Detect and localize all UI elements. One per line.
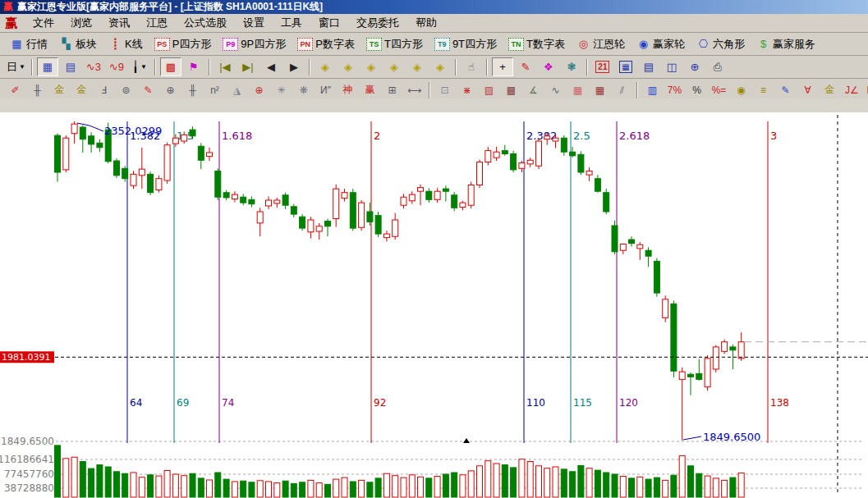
app-logo-icon: 赢 bbox=[3, 0, 13, 14]
menu-bar: 赢 文件浏览资讯江恩公式选股设置工具窗口交易委托帮助 bbox=[0, 14, 868, 33]
wave-mark-icon[interactable]: И″ bbox=[315, 80, 336, 99]
n2-icon-glyph: n² bbox=[210, 85, 219, 96]
menu-item-4[interactable]: 公式选股 bbox=[176, 14, 235, 32]
sectors-button[interactable]: ▚板块 bbox=[53, 37, 103, 52]
percent-icon[interactable]: % bbox=[687, 80, 707, 99]
menu-item-8[interactable]: 交易委托 bbox=[348, 14, 407, 32]
overlay-chart-icon[interactable]: ▦ bbox=[37, 57, 58, 76]
ruler2-icon[interactable]: ╫ bbox=[182, 80, 203, 99]
angle-lines-icon[interactable]: ∡ bbox=[523, 80, 544, 99]
gold-angle-icon[interactable]: 金 bbox=[820, 80, 840, 99]
ab-lines-icon[interactable]: ∀ bbox=[797, 80, 818, 99]
label-pen-icon[interactable]: ✎ bbox=[515, 57, 536, 76]
grid-red-icon[interactable]: ▦ bbox=[590, 80, 610, 99]
print-icon[interactable]: ⎙ bbox=[707, 57, 728, 76]
report-icon[interactable]: ▤ bbox=[638, 57, 659, 76]
p-number-button[interactable]: PNP数字表 bbox=[292, 37, 361, 52]
zoom-out-icon[interactable]: ◈ bbox=[406, 57, 428, 76]
kline-chart-area[interactable]: 1849.650011618664177457760387288801.3826… bbox=[0, 98, 868, 498]
shen-ruler-icon[interactable]: 神 bbox=[338, 80, 358, 99]
calendar-21-icon[interactable]: 21 bbox=[592, 57, 613, 76]
quotes-button[interactable]: ▦行情 bbox=[4, 37, 53, 52]
brush-icon[interactable]: ✐ bbox=[5, 80, 25, 99]
winner-service-button[interactable]: $赢家服务 bbox=[751, 37, 821, 52]
candle-style-dropdown[interactable]: ╽▼ bbox=[129, 57, 150, 76]
box-tool-icon[interactable]: ⊡ bbox=[434, 80, 455, 99]
gold-circle-icon[interactable]: ◉ bbox=[731, 80, 751, 99]
p-square-button-icon: PS bbox=[154, 38, 170, 51]
svg-text:92: 92 bbox=[374, 397, 386, 409]
span-arrow-icon[interactable]: ⟷ bbox=[404, 80, 425, 99]
save-icon[interactable]: ◫ bbox=[661, 57, 682, 76]
compass-icon[interactable]: ◮ bbox=[227, 80, 247, 99]
toolbar-separator bbox=[636, 82, 638, 98]
dark-grid-icon[interactable]: ▩ bbox=[501, 80, 521, 99]
expand-x-icon[interactable]: ◈ bbox=[338, 57, 359, 76]
parallel-lines-icon[interactable]: ⫽ bbox=[612, 80, 632, 99]
grid-icon[interactable]: ▦ bbox=[567, 80, 588, 99]
period-day-dropdown[interactable]: 日▼ bbox=[5, 57, 27, 76]
p9-square-button[interactable]: P99P四方形 bbox=[217, 37, 292, 52]
grid-fan-icon-glyph: ▨ bbox=[485, 85, 494, 96]
first-bar-icon[interactable]: |◀ bbox=[214, 57, 236, 76]
grid-fan-icon[interactable]: ▨ bbox=[479, 80, 499, 99]
circle-3-icon[interactable]: ⊕ bbox=[160, 80, 181, 99]
zigzag-icon[interactable]: ∿ bbox=[545, 80, 566, 99]
expand-y-icon[interactable]: ◈ bbox=[383, 57, 405, 76]
f-ruler-icon[interactable]: Ⅎ bbox=[94, 80, 114, 99]
spiral-icon[interactable]: ⊚ bbox=[116, 80, 136, 99]
p-square-button[interactable]: PSP四方形 bbox=[149, 37, 218, 52]
menu-item-9[interactable]: 帮助 bbox=[407, 14, 445, 32]
ray-fan-icon[interactable]: ⋇ bbox=[457, 80, 477, 99]
kline-button[interactable]: ┋K线 bbox=[103, 37, 149, 52]
last-bar-icon[interactable]: ▶| bbox=[237, 57, 259, 76]
web-box-icon[interactable]: ❋ bbox=[293, 80, 314, 99]
menu-item-1[interactable]: 浏览 bbox=[62, 14, 100, 32]
next-bar-icon[interactable]: ▶ bbox=[283, 57, 305, 76]
gold-ruler2-icon[interactable]: 金 bbox=[71, 80, 92, 99]
gold-ruler-icon[interactable]: 金 bbox=[49, 80, 70, 99]
gann-brain-icon[interactable]: ❃ bbox=[561, 57, 582, 76]
ruler-123-icon[interactable]: ⊞ bbox=[382, 80, 402, 99]
percent7-icon[interactable]: 7% bbox=[664, 80, 685, 99]
crosshair-icon[interactable]: + bbox=[492, 57, 513, 76]
win-ruler-icon[interactable]: 赢 bbox=[360, 80, 380, 99]
chip-tool-icon[interactable]: ❖ bbox=[538, 57, 559, 76]
menu-item-0[interactable]: 文件 bbox=[25, 14, 62, 32]
gann-web-icon[interactable]: ✳ bbox=[271, 80, 292, 99]
gann-wheel-button[interactable]: ◎江恩轮 bbox=[571, 37, 631, 52]
kline-chart-canvas[interactable]: 1849.650011618664177457760387288801.3826… bbox=[0, 98, 868, 498]
pen-bars-icon[interactable]: ✎ bbox=[775, 80, 796, 99]
stats-bars-icon[interactable]: ▥ bbox=[642, 80, 663, 99]
zoom-in-icon[interactable]: ◈ bbox=[429, 57, 451, 76]
wave-3-icon[interactable]: ∿3 bbox=[83, 57, 104, 76]
t9-square-button[interactable]: T99T四方形 bbox=[429, 37, 503, 52]
ruler-icon[interactable]: ╫ bbox=[27, 80, 48, 99]
indicator-box-icon[interactable]: ▩ bbox=[160, 57, 181, 76]
t-square-button[interactable]: TST四方形 bbox=[361, 37, 429, 52]
percent-lines-icon[interactable]: %= bbox=[709, 80, 729, 99]
shrink-y-icon[interactable]: ◈ bbox=[361, 57, 382, 76]
shrink-x-icon[interactable]: ◈ bbox=[315, 57, 336, 76]
info-panel-icon[interactable]: ▤ bbox=[60, 57, 81, 76]
hexagon-button[interactable]: ⎔六角形 bbox=[691, 37, 751, 52]
target-circle-icon[interactable]: ⊕ bbox=[249, 80, 269, 99]
j-angle-icon[interactable]: J∠ bbox=[842, 80, 862, 99]
menu-item-2[interactable]: 资讯 bbox=[100, 14, 138, 32]
marker-pen-icon[interactable]: ✎ bbox=[138, 80, 158, 99]
t-number-button[interactable]: TNT数字表 bbox=[503, 37, 571, 52]
hand-icon[interactable]: ☝ bbox=[461, 57, 482, 76]
wave-9-icon[interactable]: ∿9 bbox=[106, 57, 127, 76]
menu-item-3[interactable]: 江恩 bbox=[138, 14, 176, 32]
prev-bar-icon[interactable]: ◀ bbox=[260, 57, 282, 76]
winner-wheel-button[interactable]: ◉赢家轮 bbox=[631, 37, 691, 52]
web-mail-icon[interactable]: ⊕ bbox=[684, 57, 705, 76]
menu-item-7[interactable]: 窗口 bbox=[310, 14, 348, 32]
f-angle-icon[interactable]: F∠ bbox=[864, 80, 868, 99]
menu-item-5[interactable]: 设置 bbox=[235, 14, 273, 32]
flag-icon[interactable]: ⚑ bbox=[183, 57, 204, 76]
menu-item-6[interactable]: 工具 bbox=[273, 14, 310, 32]
gold-lines-icon[interactable]: ≡ bbox=[753, 80, 774, 99]
n2-icon[interactable]: n² bbox=[204, 80, 225, 99]
matrix-icon[interactable]: ▦ bbox=[615, 57, 636, 76]
